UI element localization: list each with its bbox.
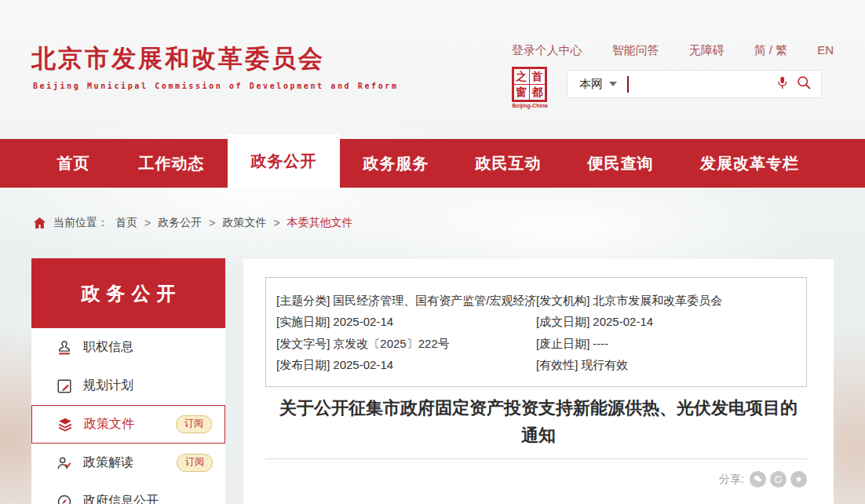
accessibility-link[interactable]: 无障碍 (689, 43, 724, 58)
nav-tab-label: 工作动态 (139, 153, 205, 174)
seal-char: 都 (530, 85, 546, 100)
nav-tab-home[interactable]: 首页 (31, 139, 115, 188)
meta-document-number: [发文字号]京发改〔2025〕222号 (276, 333, 536, 354)
site-search-box[interactable]: 本网 (567, 70, 822, 98)
microphone-icon (776, 75, 789, 94)
nav-tab-public-interaction[interactable]: 政民互动 (452, 139, 564, 188)
login-personal-center-link[interactable]: 登录个人中心 (512, 43, 582, 58)
nav-tab-label: 便民查询 (588, 153, 654, 174)
sidebar-menu: 职权信息 规划计划 政策文件 订阅 (31, 328, 225, 504)
sidebar-item-policy-documents[interactable]: 政策文件 订阅 (31, 405, 225, 444)
metadata-left-column: [主题分类]国民经济管理、国有资产监管/宏观经济 [实施日期]2025-02-1… (276, 290, 536, 376)
breadcrumb: 当前位置： 首页 > 政务公开 > 政策文件 > 本委其他文件 (33, 216, 353, 230)
meta-topic-category: [主题分类]国民经济管理、国有资产监管/宏观经济 (276, 290, 536, 311)
sidebar: 政务公开 职权信息 规划计划 (31, 258, 225, 504)
person-icon (56, 455, 73, 472)
meta-implementation-date: [实施日期]2025-02-14 (276, 311, 536, 332)
seal-caption: Beijing-China (508, 103, 552, 108)
nav-tab-work-news[interactable]: 工作动态 (115, 139, 228, 188)
breadcrumb-link-government-affairs[interactable]: 政务公开 (158, 216, 202, 230)
meta-issuing-agency: [发文机构]北京市发展和改革委员会 (536, 290, 806, 311)
meta-label: [实施日期] (276, 315, 330, 328)
nav-tab-label: 政民互动 (476, 153, 542, 174)
voice-search-button[interactable] (776, 75, 789, 94)
meta-label: [发文字号] (276, 337, 330, 350)
meta-label: [有效性] (536, 358, 578, 371)
meta-label: [废止日期] (536, 337, 589, 350)
meta-label: [发布日期] (276, 358, 330, 371)
nav-tab-government-affairs[interactable]: 政务公开 (228, 134, 340, 188)
search-submit-button[interactable] (796, 75, 812, 93)
sidebar-item-label: 政府信息公开 (83, 493, 159, 504)
topbar-links: 登录个人中心 智能问答 无障碍 简 / 繁 EN (512, 43, 834, 58)
seal-char: 之 (514, 69, 530, 85)
sidebar-item-planning[interactable]: 规划计划 (31, 367, 225, 405)
breadcrumb-link-home[interactable]: 首页 (115, 216, 137, 230)
home-icon[interactable] (33, 217, 46, 229)
meta-value: 国民经济管理、国有资产监管/宏观经济 (333, 294, 536, 307)
site-title-english: Beijing Municipal Commission of Developm… (33, 82, 399, 90)
nav-tab-label: 发展改革专栏 (700, 153, 799, 174)
english-link[interactable]: EN (817, 43, 834, 58)
share-wechat-button[interactable] (750, 471, 766, 488)
meta-value: 2025-02-14 (333, 315, 393, 328)
document-title: 关于公开征集市政府固定资产投资支持新能源供热、光伏发电项目的通知 (243, 394, 834, 449)
document-content-panel: [主题分类]国民经济管理、国有资产监管/宏观经济 [实施日期]2025-02-1… (243, 259, 834, 504)
sidebar-item-policy-interpretation[interactable]: 政策解读 订阅 (31, 444, 225, 482)
sidebar-item-duty-info[interactable]: 职权信息 (31, 328, 225, 367)
meta-publish-date: [发布日期]2025-02-14 (276, 354, 536, 375)
breadcrumb-current-page[interactable]: 本委其他文件 (287, 216, 353, 230)
plan-icon (56, 378, 73, 395)
breadcrumb-separator: > (209, 217, 215, 229)
meta-validity: [有效性]现行有效 (536, 354, 806, 375)
subscribe-button[interactable]: 订阅 (177, 454, 213, 472)
share-favorite-button[interactable]: ★ (790, 471, 807, 488)
layers-icon (57, 416, 74, 433)
share-label: 分享: (719, 473, 744, 487)
meta-abolition-date: [废止日期]---- (536, 333, 806, 354)
site-title: 北京市发展和改革委员会 (31, 42, 325, 75)
simplified-traditional-toggle[interactable]: 简 / 繁 (754, 43, 788, 58)
breadcrumb-location-label: 当前位置： (53, 216, 108, 230)
nav-tab-convenient-query[interactable]: 便民查询 (564, 139, 677, 188)
search-scope-dropdown[interactable]: 本网 (579, 77, 617, 92)
smart-qa-link[interactable]: 智能问答 (612, 43, 659, 58)
main-navigation: 首页 工作动态 政务公开 政务服务 政民互动 便民查询 发展改革专栏 (0, 139, 865, 188)
wechat-icon (753, 474, 763, 484)
subscribe-button[interactable]: 订阅 (176, 415, 212, 433)
meta-value: 2025-02-14 (333, 358, 393, 371)
breadcrumb-separator: > (273, 217, 279, 229)
meta-value: 2025-02-14 (593, 315, 653, 328)
meta-label: [主题分类] (276, 294, 330, 307)
document-metadata-box: [主题分类]国民经济管理、国有资产监管/宏观经济 [实施日期]2025-02-1… (265, 277, 807, 387)
title-divider (265, 458, 807, 459)
meta-value: 北京市发展和改革委员会 (593, 294, 722, 307)
star-icon: ★ (795, 475, 803, 484)
stamp-icon (56, 339, 73, 356)
weibo-icon (773, 474, 783, 484)
search-scope-label: 本网 (579, 77, 603, 92)
sidebar-title: 政务公开 (31, 258, 225, 328)
search-text-cursor (627, 76, 629, 93)
capital-window-seal-logo[interactable]: 之 首 窗 都 (512, 67, 547, 102)
seal-char: 首 (530, 69, 546, 85)
nav-tab-development-reform-special[interactable]: 发展改革专栏 (677, 139, 823, 188)
search-icon (796, 75, 812, 93)
sidebar-item-gov-info-disclosure[interactable]: 政府信息公开 (31, 482, 225, 504)
meta-value: ---- (593, 337, 608, 350)
breadcrumb-link-policy-documents[interactable]: 政策文件 (222, 216, 266, 230)
sidebar-item-label: 政策解读 (83, 455, 133, 471)
nav-tab-label: 首页 (57, 153, 90, 174)
sidebar-item-label: 政策文件 (84, 416, 134, 433)
share-weibo-button[interactable] (770, 471, 787, 488)
meta-value: 京发改〔2025〕222号 (333, 337, 449, 350)
sidebar-item-label: 规划计划 (83, 378, 133, 394)
nav-tab-label: 政务服务 (363, 153, 429, 174)
meta-label: [发文机构] (536, 294, 589, 307)
breadcrumb-separator: > (144, 217, 151, 229)
chevron-down-icon (609, 82, 617, 86)
nav-tab-label: 政务公开 (251, 151, 317, 172)
meta-value: 现行有效 (581, 358, 628, 371)
nav-tab-government-services[interactable]: 政务服务 (340, 139, 452, 188)
metadata-right-column: [发文机构]北京市发展和改革委员会 [成文日期]2025-02-14 [废止日期… (536, 290, 806, 376)
